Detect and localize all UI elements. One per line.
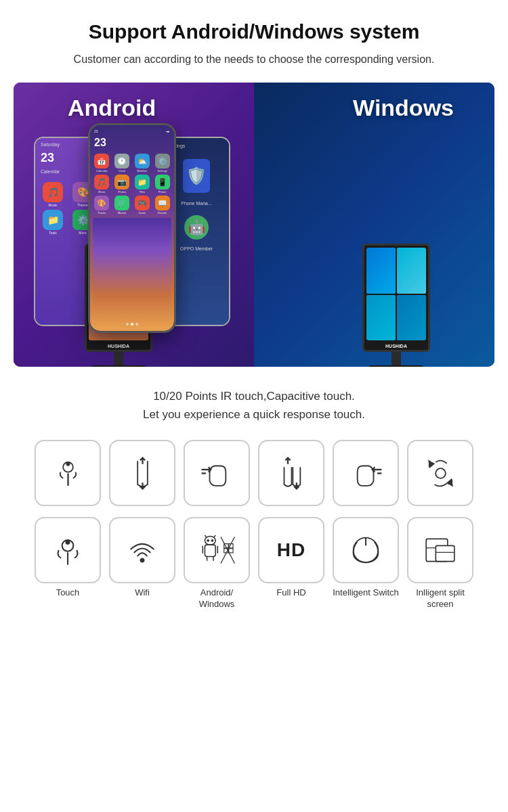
gesture-two-finger — [258, 440, 324, 506]
svg-point-10 — [436, 468, 446, 478]
svg-line-18 — [213, 535, 215, 537]
feature-splitscreen-box — [407, 517, 473, 583]
feature-touch-box — [35, 517, 101, 583]
gesture-swipe-left — [333, 440, 399, 506]
svg-rect-34 — [436, 546, 454, 562]
gesture-tap — [35, 440, 101, 506]
feature-wifi-label: Wifi — [135, 587, 150, 599]
feature-switch-box — [333, 517, 399, 583]
feature-android-windows-label: Android/Windows — [199, 587, 235, 610]
main-title: Support Android/Windows system — [89, 20, 420, 43]
feature-splitscreen-label: Inlligent split screen — [407, 587, 473, 610]
touch-description-line1: 10/20 Points IR touch,Capacitive touch. — [14, 387, 494, 405]
gesture-swipe-right — [184, 440, 250, 506]
touch-section: 10/20 Points IR touch,Capacitive touch. … — [14, 387, 494, 424]
feature-fullhd: HD Full HD — [258, 517, 324, 610]
feature-wifi: Wifi — [109, 517, 175, 610]
feature-fullhd-box: HD — [258, 517, 324, 583]
kiosk-brand-windows-label: HUSHIDA — [364, 342, 428, 350]
android-devices: Saturday 23 Calendar 🎵Music 🎨Theme 📁Tool… — [27, 123, 237, 353]
feature-android-windows: Android/Windows — [184, 517, 250, 610]
svg-point-14 — [205, 537, 215, 545]
feature-android-windows-box — [184, 517, 250, 583]
feature-touch-label: Touch — [56, 587, 80, 599]
svg-point-15 — [207, 540, 208, 541]
feature-splitscreen: Inlligent split screen — [407, 517, 473, 610]
android-label: Android — [68, 95, 156, 121]
svg-point-12 — [66, 541, 70, 544]
subtitle: Customer can according to the needs to c… — [74, 51, 435, 68]
svg-line-17 — [205, 535, 206, 537]
phone-main: 23◂▸ 23 📅Calendar 🕐Clock ⛅Weather ⚙️Sett… — [88, 123, 176, 333]
feature-fullhd-label: Full HD — [276, 587, 305, 599]
touch-description-line2: Let you experience a quick response touc… — [14, 405, 494, 424]
feature-wifi-box — [109, 517, 175, 583]
feature-touch: Touch — [35, 517, 101, 610]
feature-row: Touch Wifi — [14, 517, 494, 610]
svg-point-13 — [141, 559, 144, 562]
kiosk-brand-android-label: HUSHIDA — [87, 342, 150, 350]
svg-rect-29 — [228, 549, 232, 553]
page-wrapper: Support Android/Windows system Customer … — [0, 0, 508, 636]
feature-switch-label: Intelligent Switch — [333, 587, 399, 599]
svg-point-1 — [66, 463, 69, 466]
gesture-scroll-down — [109, 440, 175, 506]
gesture-row — [14, 440, 494, 506]
phone-brand-android: HUSHIDA — [90, 331, 174, 333]
device-section: Android Windows Saturday 23 Calendar 🎵Mu… — [14, 83, 494, 367]
kiosk-windows: HUSHIDA — [352, 244, 440, 367]
windows-label: Windows — [353, 95, 454, 121]
feature-switch: Intelligent Switch — [333, 517, 399, 610]
svg-rect-19 — [205, 545, 215, 557]
gesture-rotate — [407, 440, 473, 506]
svg-point-16 — [211, 540, 213, 541]
